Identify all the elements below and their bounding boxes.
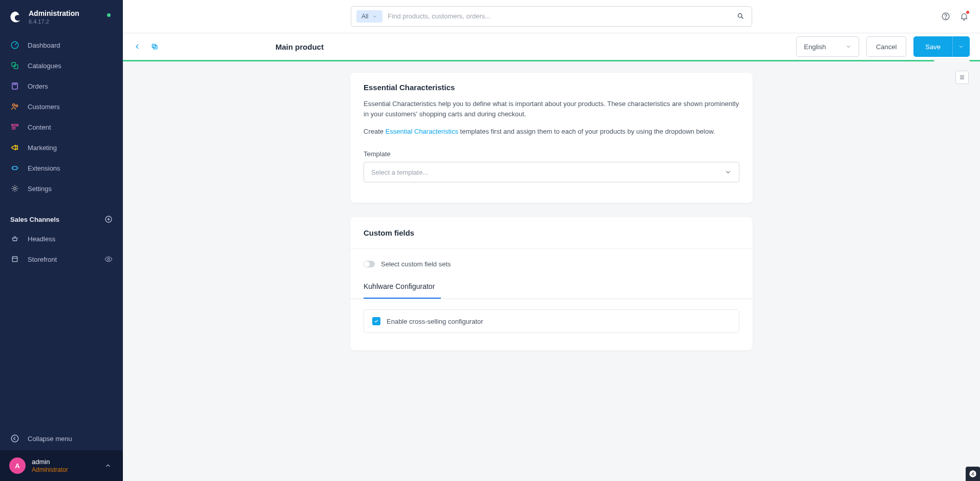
custom-fields-card: Custom fields Select custom field sets K… [350, 217, 753, 350]
nav-extensions[interactable]: Extensions [0, 158, 123, 178]
select-field-sets-toggle[interactable] [364, 261, 375, 267]
svg-rect-7 [13, 166, 17, 170]
nav-marketing[interactable]: Marketing [0, 137, 123, 158]
eye-icon[interactable] [104, 255, 113, 263]
shopware-logo-icon [9, 10, 23, 24]
notification-dot-icon [966, 11, 969, 14]
content-icon [10, 122, 19, 132]
orders-icon [10, 81, 19, 91]
essential-characteristics-card: Essential Characteristics Essential Char… [350, 73, 753, 203]
symfony-badge-icon[interactable] [966, 467, 980, 481]
svg-rect-10 [12, 258, 17, 262]
notifications-icon[interactable] [960, 12, 969, 21]
language-select[interactable]: English [796, 36, 859, 57]
pagebar-nav [133, 43, 159, 51]
nav-label: Marketing [28, 144, 57, 152]
essential-characteristics-link[interactable]: Essential Characteristics [386, 128, 458, 135]
search-input[interactable] [388, 7, 747, 26]
nav-customers[interactable]: Customers [0, 96, 123, 117]
global-search[interactable]: All [351, 6, 752, 27]
tab-kuhlware-configurator[interactable]: Kuhlware Configurator [364, 282, 441, 299]
collapse-label: Collapse menu [28, 435, 72, 443]
nav-dashboard[interactable]: Dashboard [0, 35, 123, 55]
search-icon[interactable] [737, 12, 744, 20]
symfony-logo-icon [969, 470, 977, 478]
marketing-icon [10, 143, 19, 152]
enable-configurator-row: Enable cross-selling configurator [364, 309, 739, 333]
main-nav: Dashboard Catalogues Orders Customers Co… [0, 32, 123, 202]
search-filter-dropdown[interactable]: All [356, 10, 382, 23]
collapse-icon [10, 434, 19, 443]
save-button[interactable]: Save [913, 36, 952, 57]
user-menu-button[interactable]: A admin Administrator [0, 450, 123, 481]
select-custom-field-sets-row: Select custom field sets [364, 260, 739, 268]
svg-rect-16 [152, 44, 156, 48]
app-version: 6.4.17.2 [29, 18, 79, 25]
nav-settings[interactable]: Settings [0, 178, 123, 199]
chevron-down-icon [372, 14, 377, 19]
nav-orders[interactable]: Orders [0, 76, 123, 96]
svg-point-4 [13, 104, 15, 107]
content-scroll[interactable]: Essential Characteristics Essential Char… [123, 61, 980, 481]
cancel-button[interactable]: Cancel [866, 36, 906, 57]
channel-headless[interactable]: Headless [0, 228, 123, 249]
nav-label: Dashboard [28, 41, 60, 49]
channel-storefront[interactable]: Storefront [0, 249, 123, 269]
topbar: All [123, 0, 980, 33]
save-button-group: Save CTRL + S [913, 36, 970, 57]
nav-label: Content [28, 123, 51, 131]
sidebar-header: Administration 6.4.17.2 [0, 0, 123, 32]
save-dropdown-button[interactable] [952, 36, 970, 57]
sidebar-toggle-button[interactable] [955, 71, 969, 84]
extensions-icon [10, 163, 19, 173]
tab-label: Kuhlware Configurator [364, 282, 435, 290]
essential-heading: Essential Characteristics [364, 83, 739, 92]
sidebar: Administration 6.4.17.2 Dashboard Catalo… [0, 0, 123, 481]
storefront-icon [10, 255, 19, 264]
template-label: Template [364, 150, 739, 158]
svg-rect-6 [12, 124, 18, 126]
collapse-menu-button[interactable]: Collapse menu [0, 427, 123, 450]
custom-fields-heading: Custom fields [364, 228, 739, 237]
custom-field-tabs: Kuhlware Configurator [350, 282, 753, 299]
nav-label: Catalogues [28, 62, 61, 70]
chevron-up-icon [104, 462, 112, 469]
basket-icon [10, 234, 19, 243]
nav-label: Settings [28, 185, 52, 193]
chevron-down-icon [845, 44, 851, 50]
plus-circle-icon[interactable] [104, 215, 113, 223]
check-icon [374, 319, 379, 324]
svg-point-8 [14, 187, 16, 190]
user-role: Administrator [32, 466, 68, 473]
essential-description-2: Create Essential Characteristics templat… [364, 127, 739, 137]
page-title: Main product [275, 43, 324, 51]
template-placeholder: Select a template... [371, 169, 428, 176]
catalogues-icon [10, 61, 19, 70]
svg-rect-17 [154, 46, 157, 49]
channel-label: Storefront [28, 256, 57, 263]
user-name: admin [32, 458, 68, 466]
nav-content[interactable]: Content [0, 117, 123, 137]
svg-point-15 [945, 18, 946, 18]
svg-point-13 [738, 14, 742, 18]
nav-label: Customers [28, 103, 60, 111]
back-button[interactable] [133, 43, 141, 51]
language-value: English [804, 43, 826, 51]
template-select[interactable]: Select a template... [364, 162, 739, 182]
main-region: All Main product English Cancel Save [123, 0, 980, 481]
nav-catalogues[interactable]: Catalogues [0, 55, 123, 76]
customers-icon [10, 102, 19, 111]
enable-configurator-checkbox[interactable] [372, 317, 380, 325]
svg-point-5 [16, 105, 18, 107]
content-wrap: Essential Characteristics Essential Char… [350, 73, 753, 350]
stack-icon[interactable] [151, 43, 159, 51]
dashboard-icon [10, 40, 19, 50]
chevron-down-icon [725, 169, 732, 176]
help-icon[interactable] [941, 12, 950, 21]
menu-icon [958, 74, 966, 81]
chevron-down-icon [958, 44, 964, 50]
topbar-actions [941, 12, 969, 21]
svg-point-11 [108, 258, 110, 260]
channel-label: Headless [28, 235, 55, 243]
checkbox-label: Enable cross-selling configurator [387, 318, 483, 325]
